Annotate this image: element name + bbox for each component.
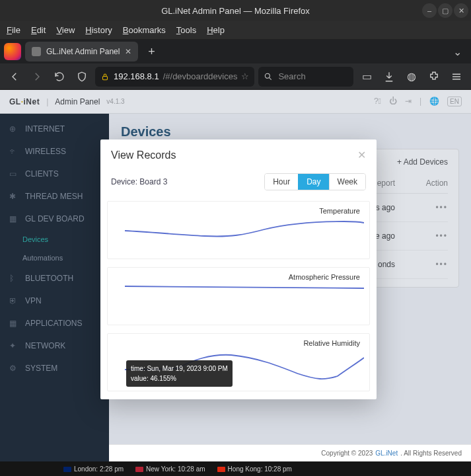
nav-toolbar: 192.168.8.1/#/devboarddevices ☆ Search ▭… (0, 63, 471, 90)
menu-help[interactable]: Help (207, 25, 225, 35)
menu-edit[interactable]: Edit (31, 25, 46, 35)
downloads-button[interactable] (380, 67, 398, 86)
search-box[interactable]: Search (258, 67, 353, 87)
tab-title: GL.iNet Admin Panel (46, 47, 120, 56)
shield-icon[interactable] (73, 67, 91, 86)
modal-title: View Records (111, 149, 176, 161)
page-content: GL·iNet | Admin Panel v4.1.3 ?⃝ ⏻ ⇥ | 🌐 … (0, 90, 471, 476)
status-clock-bar: London: 2:28 pm New York: 10:28 am Hong … (0, 461, 471, 476)
tab-close-icon[interactable]: ✕ (125, 47, 131, 56)
bookmark-star-icon[interactable]: ☆ (241, 71, 249, 81)
range-tab-hour[interactable]: Hour (265, 174, 298, 190)
menu-file[interactable]: File (7, 25, 20, 35)
search-placeholder: Search (278, 71, 305, 81)
chart-humidity: Relative Humidity time: Sun, Mar 19, 202… (107, 333, 370, 391)
url-path: /#/devboarddevices (163, 71, 238, 81)
clock-newyork: New York: 10:28 am (135, 465, 205, 473)
tab-strip: GL.iNet Admin Panel ✕ + ⌄ (0, 40, 471, 63)
menu-tools[interactable]: Tools (176, 25, 196, 35)
view-records-modal: View Records ✕ Device: Board 3 Hour Day … (100, 139, 377, 399)
firefox-icon (4, 43, 21, 60)
forward-button[interactable] (28, 67, 46, 86)
footer-link[interactable]: GL.iNet (375, 450, 398, 457)
menu-history[interactable]: History (85, 25, 112, 35)
extensions-icon[interactable] (425, 67, 443, 86)
menu-view[interactable]: View (56, 25, 75, 35)
window-titlebar: GL.iNet Admin Panel — Mozilla Firefox – … (0, 0, 471, 21)
back-button[interactable] (5, 67, 24, 86)
chart-tooltip: time: Sun, Mar 19, 2023 9:00 PM value: 4… (126, 360, 233, 387)
url-host: 192.168.8.1 (114, 71, 159, 81)
window-title: GL.iNet Admin Panel — Mozilla Firefox (161, 6, 310, 16)
modal-close-button[interactable]: ✕ (357, 149, 366, 161)
page-footer: Copyright © 2023 GL.iNet . All Rights Re… (109, 444, 471, 461)
chart-pressure: Atmospheric Pressure (107, 267, 370, 325)
lock-warning-icon (100, 72, 110, 81)
new-tab-button[interactable]: + (142, 42, 161, 61)
range-tabs: Hour Day Week (264, 173, 366, 190)
svg-point-1 (266, 73, 270, 78)
range-tab-week[interactable]: Week (329, 174, 365, 190)
tab-overflow-button[interactable]: ⌄ (448, 43, 467, 61)
reload-button[interactable] (50, 67, 69, 86)
device-name-label: Device: Board 3 (111, 177, 167, 186)
clock-hongkong: Hong Kong: 10:28 pm (217, 465, 292, 473)
menubar: File Edit View History Bookmarks Tools H… (0, 21, 471, 40)
range-tab-day[interactable]: Day (298, 174, 328, 190)
window-close-button[interactable]: ✕ (454, 3, 468, 18)
browser-tab[interactable]: GL.iNet Admin Panel ✕ (25, 42, 138, 61)
account-icon[interactable]: ◍ (402, 67, 421, 86)
menu-bookmarks[interactable]: Bookmarks (123, 25, 166, 35)
window-minimize-button[interactable]: – (422, 3, 437, 18)
favicon-icon (32, 47, 41, 56)
reader-icon[interactable]: ▭ (357, 67, 376, 86)
hamburger-menu-button[interactable] (447, 67, 466, 86)
svg-rect-0 (103, 76, 108, 79)
clock-london: London: 2:28 pm (63, 465, 124, 473)
url-bar[interactable]: 192.168.8.1/#/devboarddevices ☆ (95, 67, 254, 87)
window-maximize-button[interactable]: ▢ (438, 3, 453, 18)
search-icon (264, 72, 273, 81)
chart-temperature: Temperature (107, 201, 370, 259)
